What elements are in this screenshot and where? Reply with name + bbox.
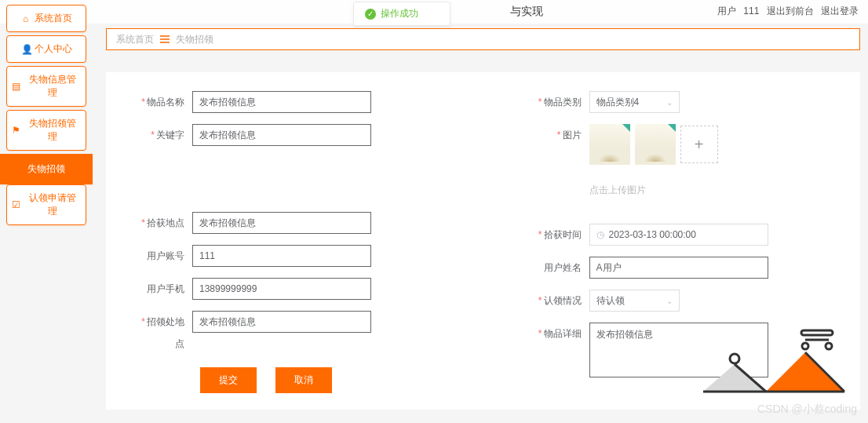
- label-item-name: *物品名称: [137, 91, 192, 113]
- form-left-column: *物品名称 *关键字 *拾获地点 用户账号 用户手机: [137, 91, 432, 393]
- sidebar-item-label: 个人中心: [35, 42, 72, 56]
- chevron-down-icon: ⌄: [666, 98, 673, 107]
- back-to-front[interactable]: 退出到前台: [767, 5, 814, 16]
- detail-textarea[interactable]: [589, 323, 768, 377]
- label-user-name: 用户姓名: [534, 257, 589, 279]
- label-pick-place: *拾获地点: [137, 212, 192, 234]
- logout[interactable]: 退出登录: [821, 5, 859, 16]
- form-card: *物品名称 *关键字 *拾获地点 用户账号 用户手机: [106, 72, 860, 410]
- user-icon: 👤: [21, 44, 31, 55]
- claim-state-select[interactable]: 待认领 ⌄: [589, 290, 680, 312]
- list-icon: ▤: [12, 81, 21, 92]
- uploaded-image-2[interactable]: [635, 124, 676, 165]
- check-icon: ✓: [365, 9, 376, 20]
- chevron-down-icon: ⌄: [666, 297, 673, 305]
- upload-hint: 点击上传图片: [589, 184, 830, 197]
- user-name-input[interactable]: [589, 257, 768, 279]
- sidebar: ⌂ 系统首页 👤 个人中心 ▤ 失物信息管理 ⚑ 失物招领管理 失物招领 ☑ 认…: [0, 0, 93, 228]
- home-icon: ⌂: [21, 13, 31, 24]
- top-right: 用户 111 退出到前台 退出登录: [713, 5, 859, 18]
- label-detail: *物品详细: [534, 323, 589, 345]
- breadcrumb-separator-icon: [160, 35, 170, 43]
- pick-time-input[interactable]: ◷ 2023-03-13 00:00:00: [589, 224, 768, 246]
- item-name-input[interactable]: [192, 91, 371, 113]
- sidebar-item-lost-manage[interactable]: ▤ 失物信息管理: [6, 66, 86, 107]
- sidebar-item-found-manage[interactable]: ⚑ 失物招领管理: [6, 110, 86, 151]
- clock-icon: ◷: [596, 229, 604, 240]
- claim-place-input[interactable]: [192, 311, 371, 333]
- user-phone-input[interactable]: [192, 278, 371, 300]
- user-id: 111: [743, 5, 759, 16]
- label-keyword: *关键字: [137, 124, 192, 146]
- sidebar-item-profile[interactable]: 👤 个人中心: [6, 35, 86, 63]
- label-images: *图片: [534, 124, 589, 146]
- sidebar-item-label: 失物信息管理: [25, 73, 81, 100]
- sidebar-item-claim-manage[interactable]: ☑ 认领申请管理: [6, 184, 86, 225]
- keyword-input[interactable]: [192, 124, 371, 146]
- breadcrumb-root[interactable]: 系统首页: [116, 33, 154, 46]
- plus-icon: +: [695, 136, 704, 154]
- breadcrumb-current: 失物招领: [176, 33, 213, 46]
- user-label: 用户: [717, 5, 736, 16]
- sidebar-item-label: 失物招领: [27, 162, 65, 176]
- sidebar-item-label: 系统首页: [35, 12, 72, 25]
- toast-text: 操作成功: [381, 7, 418, 20]
- sidebar-item-home[interactable]: ⌂ 系统首页: [6, 5, 86, 32]
- check-icon: ☑: [12, 199, 21, 210]
- form-right-column: *物品类别 物品类别4 ⌄ *图片: [534, 91, 830, 393]
- sidebar-item-label: 认领申请管理: [25, 191, 81, 218]
- success-toast: ✓ 操作成功: [353, 2, 450, 26]
- uploaded-image-1[interactable]: [589, 124, 630, 165]
- label-user-account: 用户账号: [137, 245, 192, 267]
- page-title-fragment: 与实现: [510, 5, 543, 19]
- upload-button[interactable]: +: [680, 126, 718, 163]
- label-category: *物品类别: [534, 91, 589, 113]
- label-pick-time: *拾获时间: [534, 224, 589, 246]
- flag-icon: ⚑: [12, 125, 21, 136]
- user-account-input[interactable]: [192, 245, 371, 267]
- sidebar-item-found-publish[interactable]: 失物招领: [0, 154, 93, 184]
- label-user-phone: 用户手机: [137, 278, 192, 300]
- submit-button[interactable]: 提交: [200, 367, 257, 393]
- sidebar-item-label: 失物招领管理: [25, 117, 81, 144]
- main: 系统首页 失物招领 *物品名称 *关键字 *拾获地点: [106, 28, 860, 423]
- category-select[interactable]: 物品类别4 ⌄: [589, 91, 680, 113]
- claim-state-selected: 待认领: [596, 294, 625, 308]
- label-claim-place: *招领处地点: [137, 311, 192, 355]
- cancel-button[interactable]: 取消: [275, 367, 332, 393]
- pick-time-value: 2023-03-13 00:00:00: [609, 229, 696, 240]
- label-claim-state: *认领情况: [534, 290, 589, 312]
- category-selected: 物品类别4: [596, 96, 640, 109]
- breadcrumb: 系统首页 失物招领: [106, 28, 860, 50]
- watermark: CSDN @小蔡coding: [757, 403, 857, 417]
- pick-place-input[interactable]: [192, 212, 371, 234]
